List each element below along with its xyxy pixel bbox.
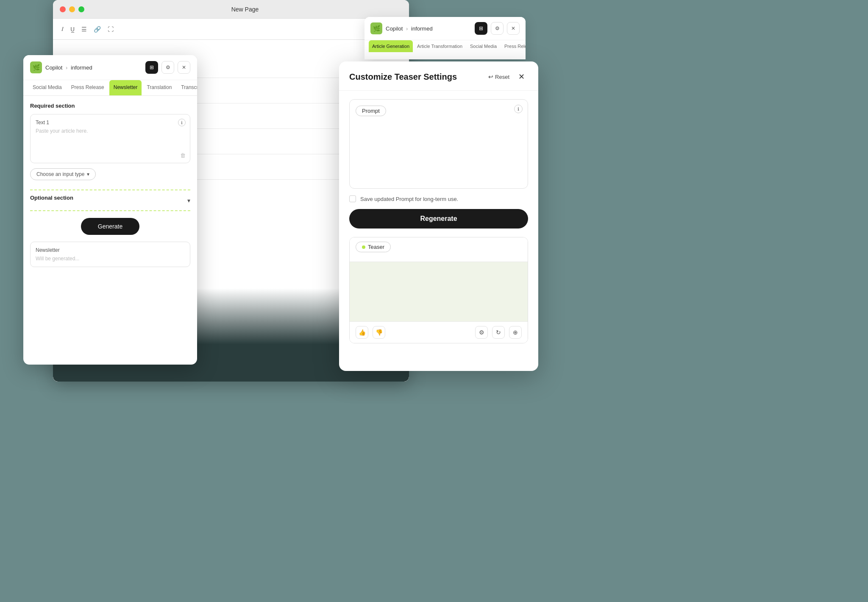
traffic-light-red[interactable]	[60, 6, 66, 12]
optional-section-title: Optional section	[30, 195, 73, 201]
save-prompt-row: Save updated Prompt for long-term use.	[349, 195, 528, 202]
bg-tab-article-transformation[interactable]: Article Transformation	[414, 40, 466, 52]
customize-panel: Customize Teaser Settings ↩ Reset ✕ Prom…	[339, 61, 538, 371]
tab-press-release[interactable]: Press Release	[67, 80, 108, 95]
optional-section-header[interactable]: Optional section ▾	[30, 195, 190, 206]
teaser-refresh-icon[interactable]: ↻	[492, 326, 505, 339]
customize-header: Customize Teaser Settings ↩ Reset ✕	[339, 61, 538, 91]
choose-input-label: Choose an input type	[36, 171, 84, 177]
output-section: Newsletter Will be generated...	[30, 242, 190, 267]
traffic-light-green[interactable]	[78, 6, 84, 12]
bg-tab-press-release[interactable]: Press Rele...	[501, 40, 526, 52]
bg-tab-article-generation[interactable]: Article Generation	[369, 40, 413, 52]
reset-label: Reset	[495, 74, 509, 80]
thumbs-up-icon[interactable]: 👍	[356, 326, 368, 339]
teaser-copy-icon[interactable]: ⊕	[509, 326, 522, 339]
bg-window-title: New Page	[88, 6, 402, 13]
chevron-down-icon: ▾	[87, 171, 89, 177]
copilot-breadcrumb-sep: ›	[66, 64, 67, 71]
save-prompt-checkbox[interactable]	[349, 195, 356, 202]
bg-panel-breadcrumb: Copilot › informed	[386, 25, 471, 32]
choose-input-dropdown[interactable]: Choose an input type ▾	[30, 168, 96, 180]
output-box: Newsletter Will be generated...	[30, 242, 190, 267]
prompt-textarea[interactable]	[356, 121, 522, 181]
teaser-content-area[interactable]	[350, 262, 528, 321]
prompt-field-card: Prompt ℹ	[349, 99, 528, 189]
copilot-panel-header: 🌿 Copilot › informed ⊞ ⚙ ✕	[23, 55, 197, 80]
copilot-close-icon[interactable]: ✕	[178, 61, 190, 74]
link-icon[interactable]: 🔗	[94, 26, 101, 33]
prompt-info-icon[interactable]: ℹ	[514, 105, 523, 113]
text-input-placeholder[interactable]: Paste your article here.	[36, 128, 185, 158]
teaser-gear-icon[interactable]: ⚙	[475, 326, 488, 339]
section-divider-top	[30, 190, 190, 190]
underline-icon[interactable]: U̲	[70, 26, 75, 33]
tab-newsletter[interactable]: Newsletter	[109, 80, 142, 95]
tab-translation[interactable]: Translation	[142, 80, 176, 95]
close-button[interactable]: ✕	[515, 70, 528, 84]
bg-panel-top-header: 🌿 Copilot › informed ⊞ ⚙ ✕	[364, 17, 526, 40]
customize-body: Prompt ℹ Save updated Prompt for long-te…	[339, 91, 538, 371]
bg-window-titlebar: New Page	[53, 0, 409, 19]
tab-social-media[interactable]: Social Media	[28, 80, 66, 95]
copilot-breadcrumb: Copilot › informed	[45, 64, 142, 71]
copilot-tabs: Social Media Press Release Newsletter Tr…	[23, 80, 197, 96]
output-placeholder: Will be generated...	[36, 256, 185, 262]
list-icon[interactable]: ☰	[81, 26, 87, 33]
bg-window-toolbar: 𝐼 U̲ ☰ 🔗 ⛶	[53, 19, 409, 40]
required-section-title: Required section	[30, 103, 190, 109]
teaser-footer: 👍 👎 ⚙ ↻ ⊕	[350, 321, 528, 343]
copilot-icon-btn[interactable]: ⊞	[145, 61, 158, 74]
copilot-gear-icon[interactable]: ⚙	[161, 61, 174, 74]
teaser-card-header: Teaser	[350, 237, 528, 262]
save-prompt-label: Save updated Prompt for long-term use.	[360, 196, 458, 202]
text-input-box: Text 1 Paste your article here. ℹ 🗑	[30, 114, 190, 163]
reset-button[interactable]: ↩ Reset	[488, 73, 509, 80]
close-icon: ✕	[518, 72, 525, 81]
traffic-light-yellow[interactable]	[69, 6, 75, 12]
output-label: Newsletter	[36, 247, 185, 253]
teaser-label-pill: Teaser	[356, 242, 391, 252]
customize-title: Customize Teaser Settings	[349, 72, 457, 82]
copilot-logo: 🌿	[30, 61, 42, 73]
input-info-icon[interactable]: ℹ	[178, 119, 186, 126]
input-delete-icon[interactable]: 🗑	[180, 152, 186, 159]
tab-transcription[interactable]: Transcription	[177, 80, 197, 95]
generate-button[interactable]: Generate	[81, 218, 139, 235]
bg-breadcrumb-sep: ›	[406, 25, 408, 32]
thumbs-down-icon[interactable]: 👎	[373, 326, 385, 339]
bg-panel-gear-icon[interactable]: ⚙	[491, 22, 504, 35]
bg-tab-social-media[interactable]: Social Media	[467, 40, 500, 52]
prompt-label: Prompt	[362, 108, 380, 114]
bg-panel-icon-btn[interactable]: ⊞	[475, 22, 487, 35]
teaser-label: Teaser	[368, 244, 384, 250]
reset-icon: ↩	[488, 73, 493, 80]
regenerate-button[interactable]: Regenerate	[349, 209, 528, 229]
text-input-label: Text 1	[36, 120, 185, 125]
section-divider-bottom	[30, 210, 190, 211]
bg-panel-tabs: Article Generation Article Transformatio…	[364, 40, 526, 52]
teaser-dot	[362, 245, 365, 249]
bg-panel-close-icon[interactable]: ✕	[507, 22, 520, 35]
italic-icon[interactable]: 𝐼	[61, 25, 64, 33]
copilot-header-actions: ⊞ ⚙ ✕	[145, 61, 190, 74]
bg-panel-top: 🌿 Copilot › informed ⊞ ⚙ ✕ Article Gener…	[364, 17, 526, 59]
bg-panel-logo: 🌿	[370, 22, 382, 34]
teaser-card: Teaser 👍 👎 ⚙ ↻ ⊕	[349, 237, 528, 343]
copilot-panel-left: 🌿 Copilot › informed ⊞ ⚙ ✕ Social Media …	[23, 55, 197, 365]
expand-icon[interactable]: ⛶	[108, 26, 114, 33]
optional-section-chevron[interactable]: ▾	[187, 197, 190, 204]
prompt-label-pill: Prompt	[356, 106, 386, 116]
copilot-panel-body: Required section Text 1 Paste your artic…	[23, 96, 197, 359]
